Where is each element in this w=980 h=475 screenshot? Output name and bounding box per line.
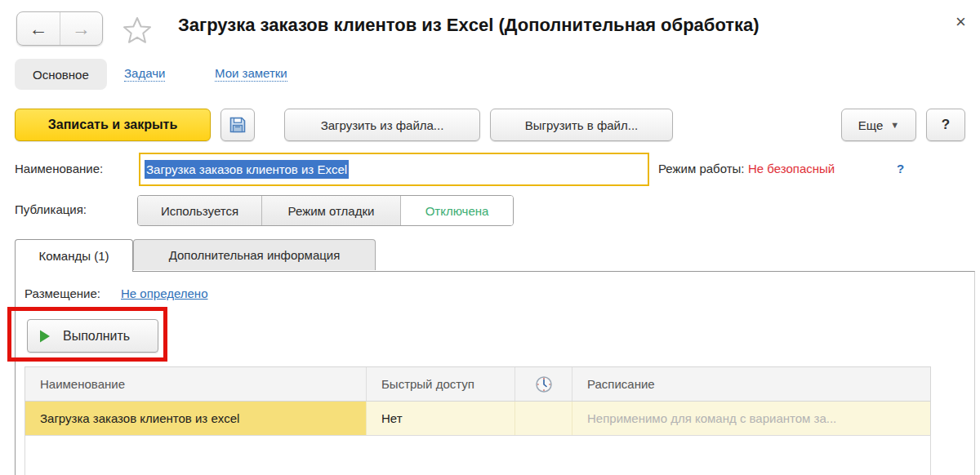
back-arrow-icon: ←: [29, 18, 47, 40]
more-button[interactable]: Еще ▼: [841, 109, 916, 141]
cell-schedule[interactable]: Неприменимо для команд с вариантом за...: [572, 402, 930, 435]
publication-label: Публикация:: [15, 202, 87, 216]
work-mode-help-icon[interactable]: ?: [897, 162, 904, 175]
table-header-row: Наименование Быстрый доступ Расписание: [24, 366, 931, 402]
help-button[interactable]: ?: [926, 109, 965, 141]
tab-commands[interactable]: Команды (1): [15, 239, 133, 272]
name-field-label: Наименование:: [15, 162, 103, 175]
save-button[interactable]: [220, 109, 255, 141]
nav-item-tasks[interactable]: Задачи: [124, 66, 165, 82]
column-header-name[interactable]: Наименование: [25, 367, 367, 401]
nav-main-label: Основное: [33, 68, 89, 82]
name-input[interactable]: Загрузка заказов клиентов из Excel: [139, 153, 649, 186]
column-header-quick-access[interactable]: Быстрый доступ: [367, 367, 515, 401]
close-icon[interactable]: ×: [956, 13, 966, 31]
back-button[interactable]: ←: [17, 12, 60, 45]
chevron-down-icon: ▼: [890, 120, 899, 130]
execute-label: Выполнить: [63, 329, 130, 344]
page-title: Загрузка заказов клиентов из Excel (Допо…: [178, 15, 760, 36]
cell-quick-access[interactable]: Нет: [367, 402, 515, 435]
name-input-selected-text: Загрузка заказов клиентов из Excel: [145, 160, 349, 179]
nav-item-notes[interactable]: Мои заметки: [215, 66, 287, 82]
placement-label: Размещение:: [24, 286, 100, 300]
publication-switch: Используется Режим отладки Отключена: [137, 195, 514, 226]
tab-additional-info[interactable]: Дополнительная информация: [133, 239, 376, 270]
more-label: Еще: [858, 118, 884, 132]
history-nav-group: ← →: [16, 11, 103, 46]
forward-button[interactable]: →: [60, 12, 103, 45]
execute-button[interactable]: Выполнить: [27, 319, 158, 353]
clock-icon: [535, 375, 553, 393]
cell-clock[interactable]: [515, 402, 572, 435]
unload-to-file-button[interactable]: Выгрузить в файл...: [490, 109, 673, 141]
column-header-schedule[interactable]: Расписание: [572, 367, 930, 401]
publication-option-disabled[interactable]: Отключена: [401, 196, 513, 225]
column-header-schedule-clock[interactable]: [515, 367, 572, 401]
cell-command-name[interactable]: Загрузка заказов клиентов из excel: [25, 402, 367, 435]
table-row[interactable]: Загрузка заказов клиентов из excel Нет Н…: [24, 402, 931, 436]
placement-link[interactable]: Не определено: [121, 286, 207, 300]
favorite-star-icon[interactable]: [121, 14, 154, 47]
forward-arrow-icon: →: [72, 18, 91, 40]
load-from-file-button[interactable]: Загрузить из файла...: [284, 109, 480, 141]
nav-item-main[interactable]: Основное: [15, 59, 107, 90]
floppy-disk-icon: [228, 115, 247, 135]
work-mode-label: Режим работы:: [658, 162, 745, 175]
publication-option-debug[interactable]: Режим отладки: [262, 196, 401, 225]
save-and-close-button[interactable]: Записать и закрыть: [15, 109, 211, 141]
table-empty-area: [24, 436, 931, 475]
app-window: ← → Загрузка заказов клиентов из Excel (…: [0, 0, 980, 475]
publication-option-used[interactable]: Используется: [138, 196, 262, 225]
work-mode-value: Не безопасный: [748, 162, 835, 175]
play-icon: [38, 329, 51, 344]
